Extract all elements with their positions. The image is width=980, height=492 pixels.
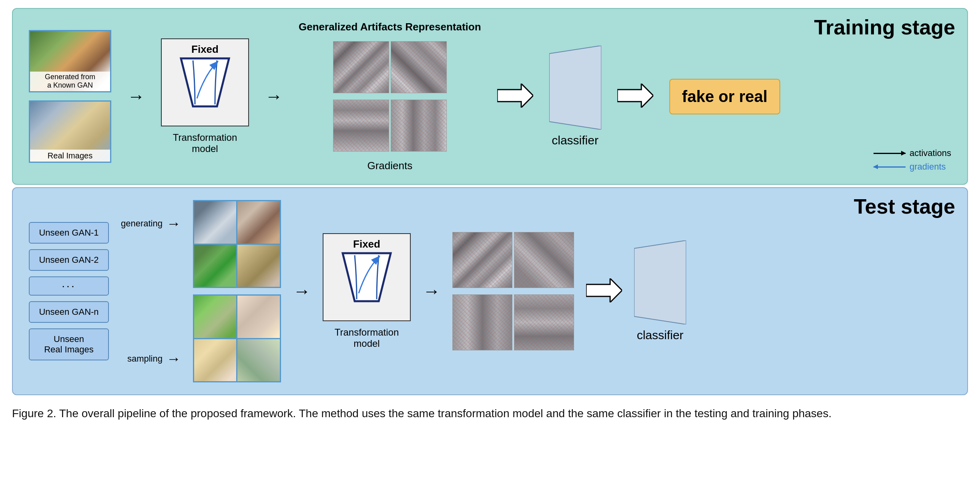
legend-gradients: gradients [874, 162, 951, 172]
real-label: Real Images [30, 150, 110, 162]
gan2-box: Unseen GAN-2 [29, 249, 109, 271]
classifier-label-training: classifier [552, 134, 598, 147]
test-real-img-2 [237, 296, 280, 338]
funnel-svg-test [335, 245, 399, 309]
classifier-label-test: classifier [637, 328, 684, 342]
gradients-label: Gradients [367, 160, 412, 172]
gradient-pair-top [333, 41, 447, 93]
svg-marker-0 [181, 58, 229, 106]
real-image-box: Real Images [29, 100, 111, 163]
test-gradient-top-right [514, 232, 574, 288]
funnel-box-test: Fixed [323, 233, 411, 321]
test-stage: Test stage Unseen GAN-1 Unseen GAN-2 ···… [12, 187, 968, 395]
gen-sampling-col: generating → sampling → [121, 215, 181, 367]
classifier-shape-test [634, 240, 686, 324]
arrow-1: → [127, 88, 145, 105]
test-gradient-pair-top [452, 232, 574, 288]
svg-marker-3 [617, 84, 653, 108]
fake-or-real-label: fake or real [669, 79, 780, 114]
svg-marker-5 [586, 278, 622, 302]
test-real-grid [193, 294, 281, 382]
test-gen-img-2 [237, 201, 280, 244]
big-arrow-test [586, 278, 622, 304]
arrow-3: → [293, 282, 311, 300]
svg-marker-1 [497, 84, 533, 108]
gan-dots: ··· [29, 276, 109, 296]
gan1-box: Unseen GAN-1 [29, 222, 109, 244]
gradient-tile-bottom-right [391, 100, 447, 152]
arrow-4: → [423, 282, 440, 300]
activation-arrow-icon [874, 153, 906, 154]
transform-box-training: Fixed Transformati [161, 38, 249, 154]
classifier-shape-training [549, 46, 601, 130]
test-real-img-1 [194, 296, 237, 338]
transform-label-training: Transformation model [173, 132, 237, 154]
gradient-arrow-icon [874, 166, 906, 168]
gradient-tile-top-left [333, 41, 389, 93]
gradient-tile-bottom-left [333, 100, 389, 152]
generating-row: generating → [121, 215, 181, 232]
generating-label: generating [121, 218, 163, 229]
big-arrow-to-result [617, 84, 653, 109]
fixed-label-training: Fixed [191, 43, 219, 56]
real-box: Unseen Real Images [29, 328, 109, 360]
classifier-section-test: classifier [634, 240, 686, 342]
gan-list: Unseen GAN-1 Unseen GAN-2 ··· Unseen GAN… [29, 222, 109, 360]
test-gradient-bottom-left [452, 294, 512, 350]
test-real-img-3 [194, 339, 237, 382]
gradients-section-test [452, 232, 574, 350]
fixed-label-test: Fixed [353, 238, 380, 250]
training-stage: Training stage Generated from a Known GA… [12, 8, 968, 185]
arrow-gen: → [167, 215, 181, 232]
figure-caption: Figure 2. The overall pipeline of the pr… [12, 405, 933, 423]
activations-text: activations [910, 148, 951, 158]
test-stage-title: Test stage [854, 194, 955, 218]
gradient-pair-bottom [333, 100, 447, 152]
legend-box: activations gradients [874, 148, 951, 172]
classifier-section-training: classifier [549, 46, 601, 147]
generated-label: Generated from a Known GAN [30, 72, 110, 91]
arrow-samp: → [167, 350, 181, 367]
transform-label-test: Transformation model [335, 327, 399, 349]
gradients-text: gradients [910, 162, 946, 172]
test-gen-grid [193, 200, 281, 288]
test-gradient-pair-bottom [452, 294, 574, 350]
input-images-col: Generated from a Known GAN Real Images [29, 30, 111, 163]
test-real-img-4 [237, 339, 280, 382]
generated-image-box: Generated from a Known GAN [29, 30, 111, 92]
arrow-2: → [265, 88, 283, 105]
sampling-row: sampling → [127, 350, 181, 367]
diagram-container: Training stage Generated from a Known GA… [12, 8, 968, 395]
gradient-tile-top-right [391, 41, 447, 93]
training-stage-title: Training stage [814, 15, 955, 39]
test-gen-img-3 [194, 245, 237, 287]
legend-activations: activations [874, 148, 951, 158]
test-images-col [193, 200, 281, 382]
svg-marker-6 [634, 240, 686, 324]
sampling-label: sampling [127, 354, 163, 364]
transform-box-test: Fixed Transformation model [323, 233, 411, 349]
svg-marker-4 [343, 253, 391, 301]
big-arrow-training [497, 84, 533, 109]
test-gen-img-4 [237, 245, 280, 287]
test-gradient-bottom-right [514, 294, 574, 350]
funnel-box-training: Fixed [161, 38, 249, 126]
gann-box: Unseen GAN-n [29, 301, 109, 323]
gradients-section: Generalized Artifacts Representation Gra… [299, 21, 481, 172]
test-gradient-top-left [452, 232, 512, 288]
test-gen-img-1 [194, 201, 237, 244]
svg-marker-2 [549, 46, 601, 130]
funnel-svg-training [173, 50, 237, 114]
artifacts-title: Generalized Artifacts Representation [299, 21, 481, 33]
